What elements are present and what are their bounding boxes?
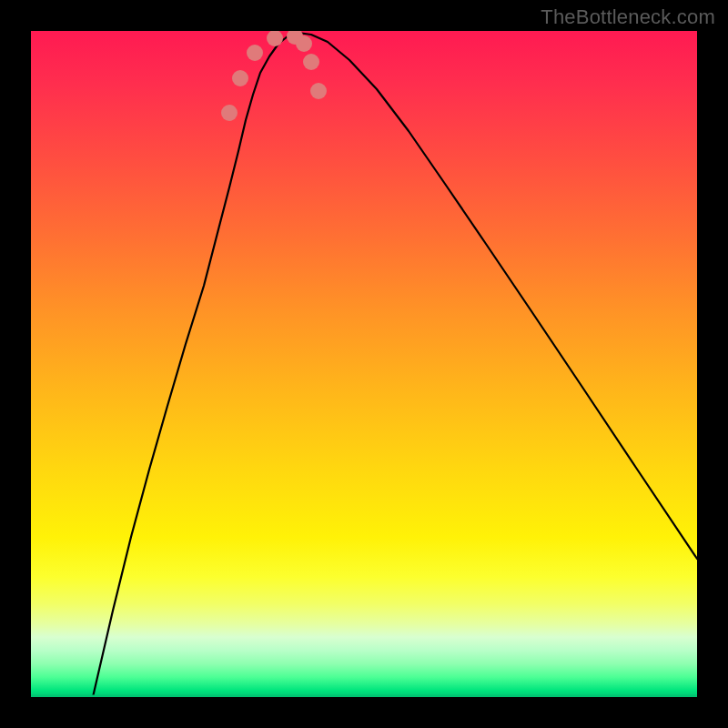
marker-dot <box>267 31 283 46</box>
chart-frame: TheBottleneck.com <box>0 0 728 728</box>
marker-dot <box>296 35 312 52</box>
highlight-dots <box>221 31 327 121</box>
marker-dot <box>303 54 319 70</box>
chart-svg <box>31 31 697 697</box>
watermark-text: TheBottleneck.com <box>541 5 715 29</box>
marker-dot <box>247 45 263 61</box>
marker-dot <box>310 83 327 99</box>
marker-dot <box>232 70 248 86</box>
marker-dot <box>221 105 238 121</box>
bottleneck-curve <box>93 33 697 697</box>
plot-area <box>31 31 697 697</box>
